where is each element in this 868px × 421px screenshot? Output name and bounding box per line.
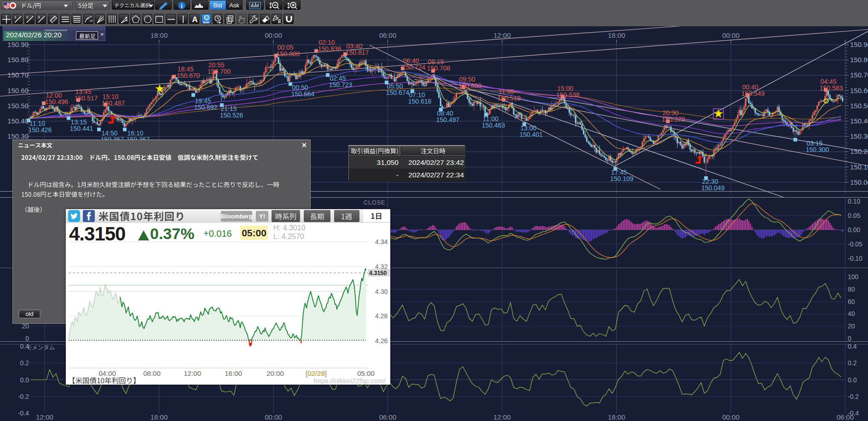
svg-text:150.487: 150.487 [102, 99, 125, 107]
svg-text:150.463: 150.463 [482, 122, 505, 129]
svg-text:18:00: 18:00 [608, 31, 625, 39]
svg-text:icon: icon [203, 21, 209, 24]
svg-text:150.549: 150.549 [741, 90, 765, 97]
svg-text:18:00: 18:00 [150, 413, 168, 421]
svg-text:40: 40 [848, 310, 855, 317]
svg-text:150.50: 150.50 [850, 102, 868, 110]
svg-text:150.618: 150.618 [408, 98, 432, 105]
svg-text:100: 100 [848, 273, 859, 281]
svg-text:150.90: 150.90 [7, 41, 29, 48]
svg-text:150.70: 150.70 [7, 71, 29, 79]
svg-text:0.00: 0.00 [848, 226, 860, 234]
svg-text:150.90: 150.90 [850, 41, 868, 48]
svg-text:150.519: 150.519 [498, 94, 521, 102]
svg-text:150.808: 150.808 [277, 50, 300, 58]
svg-text:150.664: 150.664 [291, 90, 315, 98]
svg-text:150.300: 150.300 [806, 146, 829, 153]
svg-text:4.3150: 4.3150 [369, 270, 387, 276]
svg-text:4.34: 4.34 [375, 238, 388, 246]
svg-text:150.723: 150.723 [329, 81, 353, 88]
svg-text:150.049: 150.049 [701, 184, 725, 192]
svg-text:150.603: 150.603 [458, 82, 482, 89]
svg-text:00:00: 00:00 [722, 413, 740, 421]
svg-text:CLOSE: CLOSE [364, 199, 385, 206]
svg-text:0.0: 0.0 [848, 376, 857, 384]
svg-text:150.109: 150.109 [610, 175, 634, 182]
svg-text:0.4: 0.4 [848, 343, 857, 350]
svg-text:150.497: 150.497 [436, 116, 460, 123]
svg-text:4.28: 4.28 [375, 312, 388, 320]
svg-text:150.496: 150.496 [45, 98, 69, 105]
svg-text:150.670: 150.670 [177, 72, 200, 79]
svg-text:150.30: 150.30 [7, 132, 29, 140]
svg-text:0.4: 0.4 [20, 343, 29, 350]
svg-text:20:00: 20:00 [266, 369, 284, 377]
svg-text:https://nikkei225jp.com/: https://nikkei225jp.com/ [313, 377, 386, 385]
svg-text:06:00: 06:00 [379, 413, 397, 421]
svg-text:150.00: 150.00 [850, 178, 868, 186]
svg-text:150.674: 150.674 [386, 89, 410, 96]
svg-text:20: 20 [848, 322, 855, 330]
svg-text:150.526: 150.526 [220, 111, 243, 119]
svg-text:150.10: 150.10 [850, 163, 868, 171]
svg-text:18:00: 18:00 [608, 413, 625, 421]
svg-text:150.583: 150.583 [820, 84, 843, 92]
svg-text:150.70: 150.70 [850, 71, 868, 79]
svg-text:-0.10: -0.10 [848, 255, 862, 262]
svg-text:60: 60 [848, 298, 855, 305]
svg-text:18:00: 18:00 [150, 31, 168, 39]
svg-text:12:00: 12:00 [493, 31, 511, 39]
svg-text:00:00: 00:00 [265, 31, 282, 39]
svg-text:0.05: 0.05 [848, 212, 860, 219]
svg-text:0: 0 [25, 335, 29, 342]
svg-text:2: 2 [26, 15, 29, 19]
svg-text:04:00: 04:00 [98, 369, 116, 377]
svg-text:150.60: 150.60 [850, 87, 868, 94]
svg-text:-0.2: -0.2 [18, 393, 29, 400]
svg-text:3: 3 [38, 15, 40, 19]
svg-text:150.708: 150.708 [427, 64, 451, 72]
svg-text:-0.2: -0.2 [848, 393, 859, 400]
svg-text:150.40: 150.40 [850, 117, 868, 125]
svg-text:150.426: 150.426 [29, 126, 52, 134]
svg-text:-0.05: -0.05 [848, 240, 862, 248]
svg-text:0.10: 0.10 [848, 198, 860, 205]
svg-text:-0.4: -0.4 [18, 409, 29, 417]
svg-text:A: A [192, 15, 197, 24]
svg-text:150.724: 150.724 [402, 64, 426, 71]
svg-text:150.378: 150.378 [662, 116, 685, 123]
svg-text:150.592: 150.592 [194, 104, 218, 111]
svg-text:150.817: 150.817 [346, 49, 369, 56]
svg-text:150.517: 150.517 [75, 94, 98, 102]
svg-text:150.838: 150.838 [318, 45, 341, 53]
svg-text:12:00: 12:00 [184, 369, 201, 377]
svg-text:150.40: 150.40 [7, 117, 29, 125]
svg-text:0.2: 0.2 [848, 359, 857, 367]
svg-text:150.538: 150.538 [556, 91, 580, 99]
svg-text:150.700: 150.700 [208, 68, 231, 75]
svg-text:80: 80 [848, 286, 855, 293]
svg-text:150.60: 150.60 [7, 87, 29, 94]
svg-text:16:00: 16:00 [225, 369, 242, 377]
svg-text:150.80: 150.80 [850, 56, 868, 64]
svg-text:150.401: 150.401 [520, 131, 543, 138]
svg-text:0: 0 [848, 335, 851, 342]
svg-text:05:00: 05:00 [357, 369, 375, 377]
svg-text:00:00: 00:00 [722, 31, 740, 39]
svg-text:0.0: 0.0 [20, 376, 29, 384]
svg-text:4.26: 4.26 [375, 337, 388, 345]
svg-text:150.30: 150.30 [850, 132, 868, 140]
svg-text:12:00: 12:00 [493, 413, 511, 421]
svg-text:06:00: 06:00 [379, 31, 397, 39]
svg-text:00:00: 00:00 [265, 413, 282, 421]
svg-text:1: 1 [14, 15, 17, 19]
svg-text:06:00: 06:00 [837, 413, 854, 421]
svg-text:[02/28]: [02/28] [306, 369, 327, 377]
svg-text:0.2: 0.2 [20, 359, 29, 367]
svg-text:150.20: 150.20 [850, 147, 868, 155]
svg-text:12:00: 12:00 [36, 413, 53, 421]
svg-text:4.30: 4.30 [375, 288, 388, 295]
svg-text:08:00: 08:00 [143, 369, 161, 377]
svg-text:150.441: 150.441 [70, 125, 93, 132]
svg-text:i: i [181, 2, 183, 9]
